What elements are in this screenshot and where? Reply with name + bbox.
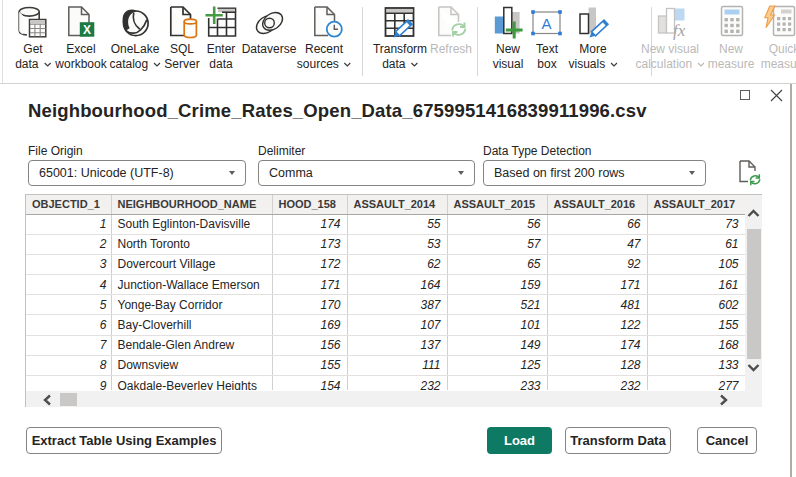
svg-text:fx: fx — [673, 21, 686, 40]
svg-text:X: X — [83, 23, 91, 37]
svg-text:A: A — [541, 15, 551, 32]
